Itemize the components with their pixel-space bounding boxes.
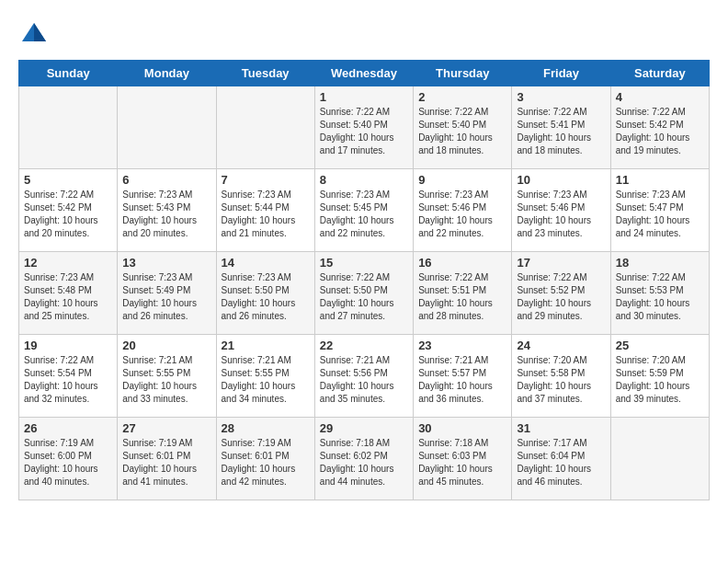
cell-info: Sunrise: 7:19 AMSunset: 6:01 PMDaylight:…: [222, 437, 310, 488]
cell-date: 15: [320, 256, 408, 270]
calendar-cell: 8Sunrise: 7:23 AMSunset: 5:45 PMDaylight…: [314, 169, 413, 252]
day-header-sunday: Sunday: [19, 61, 118, 86]
calendar-cell: 20Sunrise: 7:21 AMSunset: 5:55 PMDayligh…: [118, 335, 216, 418]
logo: [18, 18, 48, 51]
calendar-cell: 14Sunrise: 7:23 AMSunset: 5:50 PMDayligh…: [216, 252, 314, 335]
cell-info: Sunrise: 7:17 AMSunset: 6:04 PMDaylight:…: [517, 437, 605, 488]
day-header-saturday: Saturday: [610, 61, 709, 86]
calendar-header-row: SundayMondayTuesdayWednesdayThursdayFrid…: [19, 61, 710, 86]
calendar-cell: 7Sunrise: 7:23 AMSunset: 5:44 PMDaylight…: [216, 169, 314, 252]
cell-info: Sunrise: 7:19 AMSunset: 6:01 PMDaylight:…: [122, 437, 210, 488]
calendar-cell: 26Sunrise: 7:19 AMSunset: 6:00 PMDayligh…: [19, 418, 118, 500]
day-header-thursday: Thursday: [414, 61, 512, 86]
calendar-cell: [19, 86, 118, 169]
cell-info: Sunrise: 7:21 AMSunset: 5:56 PMDaylight:…: [320, 354, 408, 406]
cell-info: Sunrise: 7:22 AMSunset: 5:40 PMDaylight:…: [320, 106, 408, 157]
cell-date: 20: [122, 339, 210, 352]
cell-info: Sunrise: 7:22 AMSunset: 5:52 PMDaylight:…: [517, 271, 605, 323]
cell-date: 17: [517, 256, 605, 270]
cell-date: 9: [418, 173, 506, 187]
calendar-cell: 21Sunrise: 7:21 AMSunset: 5:55 PMDayligh…: [216, 335, 314, 418]
cell-date: 8: [320, 173, 408, 187]
cell-date: 10: [517, 173, 605, 187]
calendar-cell: 25Sunrise: 7:20 AMSunset: 5:59 PMDayligh…: [610, 335, 709, 418]
cell-date: 25: [616, 339, 704, 352]
calendar-table: SundayMondayTuesdayWednesdayThursdayFrid…: [18, 60, 710, 500]
cell-date: 3: [517, 90, 605, 104]
cell-info: Sunrise: 7:22 AMSunset: 5:41 PMDaylight:…: [517, 106, 605, 157]
calendar-cell: 17Sunrise: 7:22 AMSunset: 5:52 PMDayligh…: [512, 252, 610, 335]
calendar-week-row: 1Sunrise: 7:22 AMSunset: 5:40 PMDaylight…: [19, 86, 710, 169]
cell-date: 21: [222, 339, 310, 352]
calendar-cell: [610, 418, 709, 500]
cell-date: 19: [24, 339, 112, 352]
cell-info: Sunrise: 7:23 AMSunset: 5:49 PMDaylight:…: [122, 271, 210, 323]
cell-info: Sunrise: 7:23 AMSunset: 5:46 PMDaylight:…: [418, 189, 506, 240]
cell-info: Sunrise: 7:23 AMSunset: 5:44 PMDaylight:…: [222, 189, 310, 240]
calendar-cell: 9Sunrise: 7:23 AMSunset: 5:46 PMDaylight…: [414, 169, 512, 252]
cell-info: Sunrise: 7:21 AMSunset: 5:55 PMDaylight:…: [122, 354, 210, 406]
cell-info: Sunrise: 7:23 AMSunset: 5:48 PMDaylight:…: [24, 271, 112, 323]
cell-info: Sunrise: 7:22 AMSunset: 5:42 PMDaylight:…: [24, 189, 112, 240]
logo-icon: [20, 18, 48, 46]
calendar-cell: 5Sunrise: 7:22 AMSunset: 5:42 PMDaylight…: [19, 169, 118, 252]
calendar-cell: 18Sunrise: 7:22 AMSunset: 5:53 PMDayligh…: [610, 252, 709, 335]
calendar-cell: 11Sunrise: 7:23 AMSunset: 5:47 PMDayligh…: [610, 169, 709, 252]
svg-marker-1: [34, 23, 46, 41]
cell-info: Sunrise: 7:20 AMSunset: 5:58 PMDaylight:…: [517, 354, 605, 406]
cell-date: 30: [418, 421, 506, 435]
calendar-cell: 4Sunrise: 7:22 AMSunset: 5:42 PMDaylight…: [610, 86, 709, 169]
cell-info: Sunrise: 7:18 AMSunset: 6:03 PMDaylight:…: [418, 437, 506, 488]
cell-date: 18: [616, 256, 704, 270]
cell-info: Sunrise: 7:23 AMSunset: 5:47 PMDaylight:…: [616, 189, 704, 240]
cell-date: 23: [418, 339, 506, 352]
cell-info: Sunrise: 7:22 AMSunset: 5:51 PMDaylight:…: [418, 271, 506, 323]
cell-info: Sunrise: 7:23 AMSunset: 5:46 PMDaylight:…: [517, 189, 605, 240]
cell-info: Sunrise: 7:21 AMSunset: 5:57 PMDaylight:…: [418, 354, 506, 406]
calendar-cell: 10Sunrise: 7:23 AMSunset: 5:46 PMDayligh…: [512, 169, 610, 252]
cell-info: Sunrise: 7:20 AMSunset: 5:59 PMDaylight:…: [616, 354, 704, 406]
calendar-cell: 19Sunrise: 7:22 AMSunset: 5:54 PMDayligh…: [19, 335, 118, 418]
cell-date: 26: [24, 421, 112, 435]
cell-date: 27: [122, 421, 210, 435]
calendar-cell: [216, 86, 314, 169]
calendar-cell: 24Sunrise: 7:20 AMSunset: 5:58 PMDayligh…: [512, 335, 610, 418]
calendar-cell: 12Sunrise: 7:23 AMSunset: 5:48 PMDayligh…: [19, 252, 118, 335]
cell-date: 12: [24, 256, 112, 270]
day-header-tuesday: Tuesday: [216, 61, 314, 86]
cell-info: Sunrise: 7:22 AMSunset: 5:40 PMDaylight:…: [418, 106, 506, 157]
cell-date: 2: [418, 90, 506, 104]
calendar-cell: 13Sunrise: 7:23 AMSunset: 5:49 PMDayligh…: [118, 252, 216, 335]
cell-date: 29: [320, 421, 408, 435]
cell-date: 28: [222, 421, 310, 435]
calendar-cell: 29Sunrise: 7:18 AMSunset: 6:02 PMDayligh…: [314, 418, 413, 500]
calendar-cell: 16Sunrise: 7:22 AMSunset: 5:51 PMDayligh…: [414, 252, 512, 335]
calendar-cell: 22Sunrise: 7:21 AMSunset: 5:56 PMDayligh…: [314, 335, 413, 418]
cell-info: Sunrise: 7:22 AMSunset: 5:53 PMDaylight:…: [616, 271, 704, 323]
cell-date: 14: [222, 256, 310, 270]
cell-info: Sunrise: 7:22 AMSunset: 5:54 PMDaylight:…: [24, 354, 112, 406]
cell-date: 16: [418, 256, 506, 270]
cell-info: Sunrise: 7:22 AMSunset: 5:50 PMDaylight:…: [320, 271, 408, 323]
calendar-cell: 31Sunrise: 7:17 AMSunset: 6:04 PMDayligh…: [512, 418, 610, 500]
cell-date: 13: [122, 256, 210, 270]
calendar-cell: 15Sunrise: 7:22 AMSunset: 5:50 PMDayligh…: [314, 252, 413, 335]
calendar-week-row: 19Sunrise: 7:22 AMSunset: 5:54 PMDayligh…: [19, 335, 710, 418]
cell-date: 22: [320, 339, 408, 352]
calendar-cell: 30Sunrise: 7:18 AMSunset: 6:03 PMDayligh…: [414, 418, 512, 500]
calendar-week-row: 5Sunrise: 7:22 AMSunset: 5:42 PMDaylight…: [19, 169, 710, 252]
page-header: [18, 18, 710, 51]
cell-date: 7: [222, 173, 310, 187]
calendar-cell: [118, 86, 216, 169]
day-header-friday: Friday: [512, 61, 610, 86]
cell-info: Sunrise: 7:21 AMSunset: 5:55 PMDaylight:…: [222, 354, 310, 406]
cell-date: 6: [122, 173, 210, 187]
day-header-wednesday: Wednesday: [314, 61, 413, 86]
calendar-cell: 23Sunrise: 7:21 AMSunset: 5:57 PMDayligh…: [414, 335, 512, 418]
calendar-cell: 3Sunrise: 7:22 AMSunset: 5:41 PMDaylight…: [512, 86, 610, 169]
cell-date: 1: [320, 90, 408, 104]
calendar-cell: 27Sunrise: 7:19 AMSunset: 6:01 PMDayligh…: [118, 418, 216, 500]
cell-info: Sunrise: 7:23 AMSunset: 5:43 PMDaylight:…: [122, 189, 210, 240]
cell-date: 5: [24, 173, 112, 187]
calendar-week-row: 26Sunrise: 7:19 AMSunset: 6:00 PMDayligh…: [19, 418, 710, 500]
